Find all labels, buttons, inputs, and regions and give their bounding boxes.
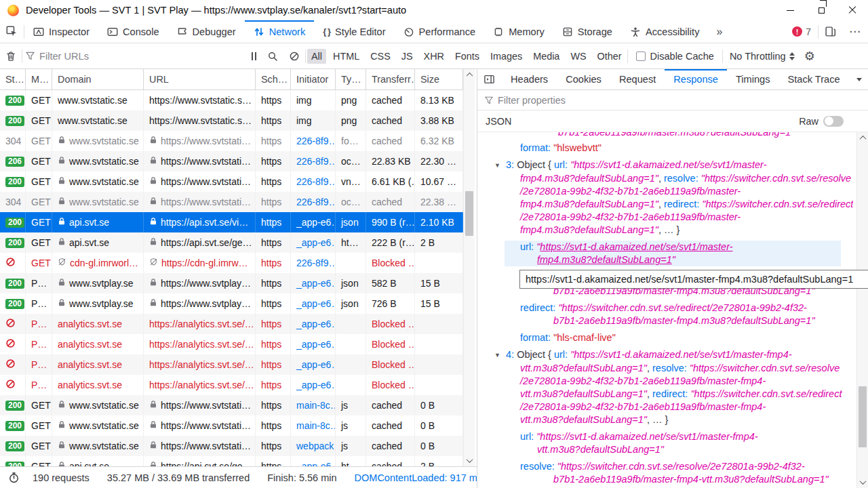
type-filter-fonts[interactable]: Fonts [451,49,484,64]
dom-content-loaded-time[interactable]: DOMContentLoaded: 917 ms [346,472,492,483]
type-filter-xhr[interactable]: XHR [420,49,448,64]
type-filter-css[interactable]: CSS [366,49,395,64]
initiator-link[interactable]: 226-8f9… [296,156,336,167]
table-row[interactable]: 200GETwww.svtstatic.sehttps://www.svtsta… [0,90,463,110]
performance-analysis-button[interactable] [0,472,24,483]
table-row[interactable]: 200GETwww.svtstatic.sehttps://www.svtsta… [0,415,463,436]
table-row[interactable]: 200GETwww.svtstatic.sehttps://www.svtsta… [0,110,463,131]
scrollbar-thumb[interactable] [465,191,473,236]
initiator-link[interactable]: _app-e6… [296,380,336,390]
expand-arrow-icon[interactable]: ▼ [494,159,503,172]
table-row[interactable]: 206GETwww.svtstatic.sehttps://www.svtsta… [0,151,463,171]
table-row[interactable]: 200GETapi.svt.sehttps://api.svt.se/ge…ht… [0,456,463,466]
initiator-link[interactable]: _app-e6… [296,359,336,370]
initiator-link[interactable]: _app-e6… [296,217,336,228]
column-header[interactable]: Domain [52,69,144,89]
restore-button[interactable] [806,0,837,20]
disable-cache-control[interactable]: Disable Cache [628,51,722,62]
pause-recording-button[interactable] [246,52,262,60]
scroll-up-button[interactable] [464,69,475,81]
initiator-link[interactable]: webpack… [296,441,336,451]
tab-network[interactable]: Network [245,20,315,43]
column-header[interactable]: Transferr… [366,69,415,89]
more-tools-button[interactable]: » [708,20,730,43]
initiator-link[interactable]: main-8c… [296,400,336,411]
close-button[interactable] [837,0,868,20]
disable-cache-checkbox[interactable] [636,52,646,61]
table-row[interactable]: P…analytics.svt.sehttps://analytics.svt.… [0,334,463,354]
type-filter-other[interactable]: Other [593,49,626,64]
initiator-link[interactable]: _app-e6… [296,319,336,329]
tab-accessibility[interactable]: Accessibility [621,20,708,43]
column-header[interactable]: Size [415,69,463,89]
search-button[interactable] [262,51,283,62]
initiator-link[interactable]: 226-8f9… [296,176,336,187]
tab-style-editor[interactable]: { } Style Editor [314,20,394,43]
tab-console[interactable]: Console [98,20,168,43]
all-tabs-button[interactable] [850,69,868,89]
table-row[interactable]: 200P…www.svtplay.sehttps://www.svtplay…h… [0,273,463,293]
table-row[interactable]: 200GETwww.svtstatic.sehttps://www.svtsta… [0,171,463,192]
minimize-button[interactable] [774,0,806,20]
scrollbar-thumb[interactable] [859,386,867,447]
table-row[interactable]: 200GETwww.svtstatic.sehttps://www.svtsta… [0,436,463,456]
raw-toggle-switch[interactable] [823,116,844,127]
expand-arrow-icon[interactable]: ▼ [494,349,503,362]
scroll-down-button[interactable] [857,476,868,488]
table-row[interactable]: 200P…www.svtplay.sehttps://www.svtplay…h… [0,293,463,314]
column-header[interactable]: St… [0,69,26,89]
json-url-link[interactable]: fmp4.m3u8?defaultSubLang=1 [537,254,672,265]
initiator-link[interactable]: _app-e6… [296,237,336,248]
response-scrollbar[interactable] [856,132,868,488]
column-header[interactable]: Ty… [336,69,366,89]
column-header[interactable]: Initiator [291,69,336,89]
initiator-link[interactable]: _app-e6… [296,339,336,350]
table-row[interactable]: P…analytics.svt.sehttps://analytics.svt.… [0,375,463,395]
tab-inspector[interactable]: Inspector [24,20,98,43]
initiator-link[interactable]: _app-e6… [296,461,336,466]
details-tab-stack-trace[interactable]: Stack Trace [779,69,849,89]
initiator-link[interactable]: _app-e6… [296,278,336,289]
initiator-link[interactable]: 226-8f9… [296,258,336,268]
pick-element-button[interactable] [0,20,24,43]
initiator-link[interactable]: _app-e6… [296,298,336,309]
request-list-scrollbar[interactable] [463,69,475,466]
tab-memory[interactable]: Memory [484,20,553,43]
throttling-dropdown[interactable]: No Throttling [723,51,802,62]
initiator-link[interactable]: 226-8f9… [296,136,336,146]
network-settings-button[interactable]: ⚙ [802,49,822,64]
column-header[interactable]: M… [26,69,52,89]
type-filter-media[interactable]: Media [529,49,564,64]
table-row[interactable]: 200GETapi.svt.sehttps://api.svt.se/ge…ht… [0,232,463,253]
block-request-button[interactable] [283,51,305,62]
table-row[interactable]: P…analytics.svt.sehttps://analytics.svt.… [0,354,463,375]
scroll-down-button[interactable] [464,455,475,466]
table-row[interactable]: 200GETwww.svtstatic.sehttps://www.svtsta… [0,395,463,415]
split-console-toggle-button[interactable] [477,69,502,89]
table-row[interactable]: P…analytics.svt.sehttps://analytics.svt.… [0,314,463,334]
responsive-mode-button[interactable] [818,20,842,43]
tab-performance[interactable]: Performance [395,20,485,43]
json-url-link[interactable]: https://svt1-d.akamaized.net/se/svt1/mas… [540,241,732,252]
table-row[interactable]: GETcdn-gl.imrworl…https://cdn-gl.imrw…ht… [0,253,463,273]
filter-urls-input[interactable] [39,51,229,62]
table-row[interactable]: 304GETwww.svtstatic.sehttps://www.svtsta… [0,192,463,212]
tab-debugger[interactable]: Debugger [168,20,245,43]
details-tab-cookies[interactable]: Cookies [557,69,610,89]
type-filter-images[interactable]: Images [486,49,526,64]
type-filter-all[interactable]: All [307,49,326,64]
details-tab-headers[interactable]: Headers [502,69,557,89]
filter-properties-input[interactable] [498,95,701,106]
column-header[interactable]: URL [144,69,256,89]
type-filter-ws[interactable]: WS [566,49,590,64]
details-tab-request[interactable]: Request [610,69,665,89]
details-tab-timings[interactable]: Timings [727,69,779,89]
table-row[interactable]: 200GETapi.svt.sehttps://api.svt.se/vi…ht… [0,212,463,232]
scroll-up-button[interactable] [857,132,868,144]
error-badge-button[interactable]: ! 7 [785,20,818,43]
details-tab-response[interactable]: Response [665,69,727,89]
type-filter-js[interactable]: JS [397,49,417,64]
table-row[interactable]: 304GETwww.svtstatic.sehttps://www.svtsta… [0,131,463,151]
tab-storage[interactable]: Storage [553,20,621,43]
type-filter-html[interactable]: HTML [329,49,363,64]
